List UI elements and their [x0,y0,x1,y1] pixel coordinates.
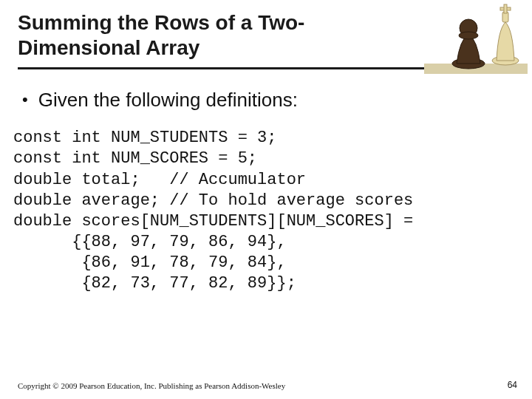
bullet-item: • Given the following definitions: [22,89,510,112]
svg-rect-4 [504,4,507,13]
copyright-footer: Copyright © 2009 Pearson Education, Inc.… [18,381,285,390]
chess-pieces-image [424,0,528,74]
slide-body: • Given the following definitions: const… [0,69,532,294]
page-number: 64 [508,380,517,390]
code-block: const int NUM_STUDENTS = 3; const int NU… [13,128,510,294]
svg-point-7 [459,32,478,39]
slide-header: Summing the Rows of a Two-Dimensional Ar… [0,0,532,69]
bullet-text: Given the following definitions: [38,89,298,112]
bullet-dot-icon: • [22,89,28,111]
slide-title: Summing the Rows of a Two-Dimensional Ar… [18,10,372,60]
